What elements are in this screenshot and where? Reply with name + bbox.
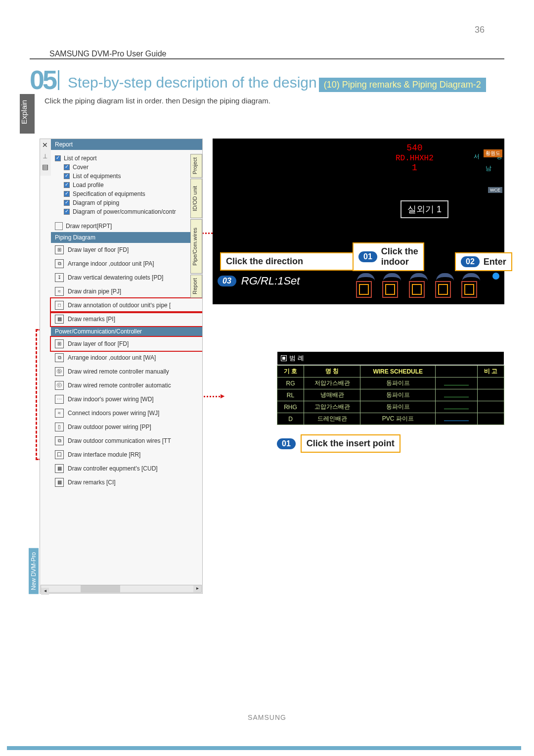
arc-icon <box>462 273 480 281</box>
pin-icon[interactable]: ⟂ <box>41 152 49 160</box>
section-row: 05 Step-by-step description of the desig… <box>30 64 504 95</box>
compass-icon: 서 동 남 <box>480 143 499 173</box>
unit-icon: ⧉ <box>55 353 64 362</box>
chk-diag-piping[interactable]: Diagram of piping <box>55 199 198 206</box>
section-number: 05 <box>30 64 55 95</box>
cad-value-540: 540 RD.HHXH2 1 <box>396 143 434 173</box>
power-item-wj[interactable]: ≈Connect indoors power wiring [WJ] <box>51 406 202 420</box>
checkbox-icon[interactable] <box>64 164 70 170</box>
unit-icon: ⧉ <box>55 259 64 268</box>
panel-scrollbar[interactable]: ◂ ▸ <box>41 585 202 593</box>
label: Draw wired remote controller automatic <box>68 382 171 389</box>
piping-item-pd[interactable]: ↧Draw vertical dewatering oulets [PD] <box>51 271 202 284</box>
val: RD.HHXH2 <box>396 154 434 163</box>
label: Draw annotation of outdoor unit's pipe [ <box>68 302 171 309</box>
tab-project[interactable]: Project <box>190 154 202 178</box>
arc-icon <box>383 273 401 281</box>
power-item-manual[interactable]: ⓑDraw wired remote controller manually <box>51 365 202 378</box>
label: Enter <box>484 257 506 267</box>
piping-item-pj[interactable]: ≈Draw drain pipe [PJ] <box>51 284 202 298</box>
cell: 고압가스배관 <box>304 401 360 413</box>
chk-cover[interactable]: Cover <box>55 164 198 171</box>
interface-icon: 囗 <box>55 450 64 459</box>
tab-idod[interactable]: ID/OD unit <box>190 179 202 218</box>
legend-row: RHG 고압가스배관 동파이프 <box>277 401 504 413</box>
sidebar-panel: ✕ ⟂ ▤ Project ID/OD unit Pipe/Com.wires … <box>40 139 203 594</box>
wire-icon: ⋯ <box>55 395 64 404</box>
remarks-icon: ▦ <box>55 478 64 487</box>
chk-list-of-report[interactable]: List of report <box>55 155 198 162</box>
callout-box: Click the insert point <box>301 434 400 453</box>
tab-report[interactable]: Report <box>190 275 202 298</box>
wire-line-icon <box>444 409 469 409</box>
drain-icon: ≈ <box>55 287 64 296</box>
val: 540 <box>406 143 422 153</box>
guide-title: SAMSUNG DVM-Pro User Guide <box>49 49 167 58</box>
power-item-ci[interactable]: ▦Draw remarks [CI] <box>51 475 202 489</box>
checkbox-icon[interactable] <box>55 155 61 161</box>
indoor-unit-icon <box>461 281 477 298</box>
cell: 동파이프 <box>360 389 436 401</box>
indoor-unit-icon <box>356 281 372 298</box>
comm-icon: ⧉ <box>55 436 64 445</box>
explain-tab: Explain <box>20 94 35 134</box>
side-tabs: Project ID/OD unit Pipe/Com.wires Report <box>190 154 202 299</box>
scroll-left-icon[interactable]: ◂ <box>41 588 49 595</box>
piping-item-remarks[interactable]: ▦Draw remarks [PI] <box>51 312 202 326</box>
piping-item-annotation[interactable]: □Draw annotation of outdoor unit's pipe … <box>51 298 202 312</box>
label: 범 례 <box>289 354 304 363</box>
label: List of report <box>64 155 97 162</box>
callout-rg-rl: 03 RG/RL:1Set <box>218 275 300 287</box>
chk-spec-equip[interactable]: Specification of equipments <box>55 190 198 197</box>
chk-load-profile[interactable]: Load profile <box>55 182 198 189</box>
piping-item-pa[interactable]: ⧉Arrange indoor ,outdoor unit [PA] <box>51 257 202 271</box>
checkbox-icon[interactable] <box>64 200 70 206</box>
legend-row: D 드레인배관 PVC 파이프 <box>277 413 504 425</box>
compass-s: 남 <box>486 164 491 173</box>
power-item-pp[interactable]: ▯Draw outdoor power wiring [PP] <box>51 420 202 434</box>
close-icon[interactable]: ✕ <box>41 141 49 149</box>
label: Click the direction <box>226 256 303 267</box>
power-header: Power/Communication/Controller <box>51 326 202 337</box>
cell: 냉매배관 <box>304 389 360 401</box>
power-item-wa[interactable]: ⧉Arrange indoor ,outdoor unit [WA] <box>51 351 202 365</box>
cad-indoor-units <box>356 281 486 299</box>
cell: PVC 파이프 <box>360 413 436 425</box>
power-item-auto[interactable]: ⓒDraw wired remote controller automatic <box>51 378 202 392</box>
checkbox-icon[interactable] <box>64 182 70 188</box>
legend-row: RG 저압가스배관 동파이프 <box>277 378 504 389</box>
list-icon[interactable]: ▤ <box>41 163 49 171</box>
cell <box>436 401 477 413</box>
blue-marker-icon <box>492 273 499 280</box>
scroll-thumb[interactable] <box>81 585 120 592</box>
col-code: 기 호 <box>277 366 304 378</box>
callout-click-indoor: 01 Click the indoor <box>353 242 424 271</box>
scroll-right-icon[interactable]: ▸ <box>193 585 201 592</box>
layer-icon: ⊞ <box>55 245 64 254</box>
col-wire <box>436 366 477 378</box>
cell: 동파이프 <box>360 378 436 389</box>
chk-list-equip[interactable]: List of equipments <box>55 173 198 180</box>
explain-text: Click the piping diagram list in order. … <box>44 96 270 105</box>
tab-pipe[interactable]: Pipe/Com.wires <box>190 219 202 274</box>
checkbox-icon[interactable] <box>64 173 70 179</box>
checkbox-icon[interactable] <box>64 191 70 197</box>
new-dvm-pro-tab[interactable]: New DVM-Pro <box>29 548 39 594</box>
label: Draw remarks [CI] <box>68 479 116 486</box>
title-underline <box>30 58 504 59</box>
piping-item-fd[interactable]: ⊞Draw layer of floor [FD] <box>51 243 202 257</box>
power-item-tt[interactable]: ⧉Draw outdoor communication wires [TT <box>51 434 202 448</box>
report-header: Report <box>51 139 202 150</box>
power-item-wd[interactable]: ⋯Draw indoor's power wiring [WD] <box>51 392 202 406</box>
power-item-cud[interactable]: ▦Draw controller equpment's [CUD] <box>51 462 202 475</box>
label: Click the insert point <box>307 438 395 449</box>
label: Draw controller equpment's [CUD] <box>68 465 158 472</box>
chk-diag-power[interactable]: Diagram of power/communication/contr <box>55 208 198 215</box>
draw-report-button[interactable]: Draw report[RPT] <box>51 220 202 232</box>
checkbox-icon[interactable] <box>64 209 70 215</box>
piping-header: Piping Diagram <box>51 232 202 243</box>
power-item-rr[interactable]: 囗Draw interface module [RR] <box>51 448 202 462</box>
wire-line-icon <box>444 385 469 385</box>
power-item-fd[interactable]: ⊞Draw layer of floor [FD] <box>51 337 202 351</box>
cell: RL <box>277 389 304 401</box>
